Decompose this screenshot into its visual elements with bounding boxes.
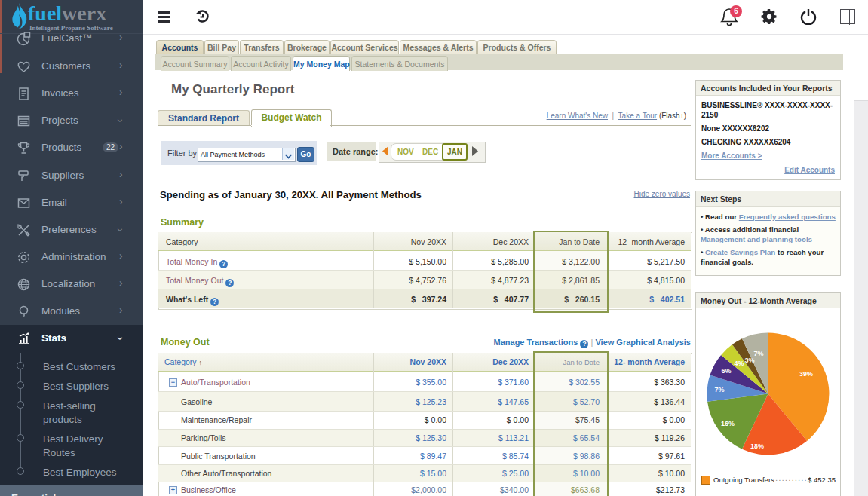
svg-text:3%: 3%: [744, 357, 754, 364]
svg-text:39%: 39%: [799, 370, 813, 378]
svg-text:6%: 6%: [721, 367, 731, 375]
svg-text:16%: 16%: [721, 420, 735, 427]
svg-text:7%: 7%: [753, 350, 763, 357]
svg-text:7%: 7%: [714, 386, 724, 393]
svg-text:4%: 4%: [734, 360, 744, 367]
svg-text:18%: 18%: [750, 442, 764, 450]
